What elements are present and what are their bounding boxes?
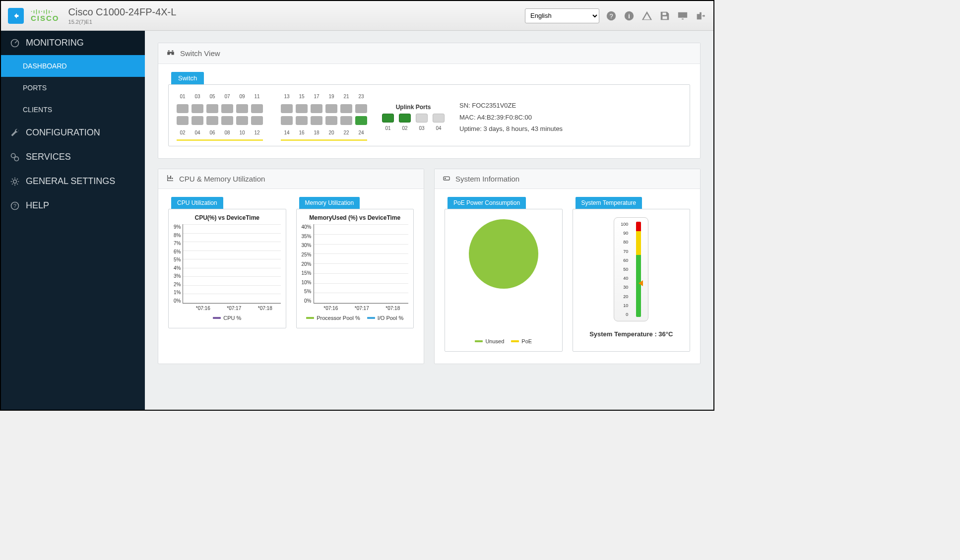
- switch-info: SN: FOC2351V0ZE MAC: A4:B2:39:F0:8C:00 U…: [459, 100, 563, 134]
- port-05[interactable]: [206, 104, 218, 113]
- monitor-icon[interactable]: [677, 10, 689, 22]
- port-21[interactable]: [340, 104, 352, 113]
- cpu-chart: CPU Utilization CPU(%) vs DeviceTime 9%8…: [168, 197, 286, 328]
- port-20[interactable]: [325, 116, 337, 125]
- port-08[interactable]: [221, 116, 233, 125]
- port-14[interactable]: [281, 116, 293, 125]
- sidebar-item-dashboard[interactable]: DASHBOARD: [1, 55, 145, 77]
- poe-chart: PoE Power Consumption Unused PoE: [445, 197, 563, 352]
- help-icon: ?: [10, 201, 20, 211]
- port-04[interactable]: [192, 116, 203, 125]
- help-icon[interactable]: ?: [605, 10, 617, 22]
- port-23[interactable]: [355, 104, 367, 113]
- gauge-icon: [10, 38, 20, 48]
- bar-chart-icon: [166, 174, 174, 184]
- port-24[interactable]: [355, 116, 367, 125]
- sidebar-label: MONITORING: [26, 38, 84, 48]
- device-title: Cisco C1000-24FP-4X-L: [68, 6, 177, 18]
- port-11[interactable]: [251, 104, 263, 113]
- sidebar-item-clients[interactable]: CLIENTS: [1, 99, 145, 121]
- port-19[interactable]: [325, 104, 337, 113]
- port-18[interactable]: [311, 116, 322, 125]
- pie-chart: [469, 219, 538, 289]
- binoculars-icon: [166, 48, 175, 59]
- uplink-port-04[interactable]: [433, 114, 445, 123]
- port-group-right: 131517192123 141618202224: [281, 94, 367, 141]
- header-actions: English ? i: [525, 8, 706, 23]
- logout-icon[interactable]: [695, 10, 706, 22]
- chart-tab: PoE Power Consumption: [448, 197, 526, 209]
- chart-tab: Memory Utilization: [299, 197, 360, 209]
- sidebar: MONITORING DASHBOARD PORTS CLIENTS CONFI…: [1, 31, 145, 410]
- panel-header: System Information: [435, 169, 700, 189]
- sidebar-label: SERVICES: [26, 152, 71, 162]
- main-content: Switch View Switch 010305070911 02040608…: [145, 31, 713, 410]
- port-15[interactable]: [296, 104, 308, 113]
- port-22[interactable]: [340, 116, 352, 125]
- port-06[interactable]: [206, 116, 218, 125]
- chart-tab: CPU Utilization: [171, 197, 223, 209]
- sidebar-item-ports[interactable]: PORTS: [1, 77, 145, 99]
- panel-header: CPU & Memory Utilization: [158, 169, 424, 189]
- port-rows: 010305070911 020406081012 131517192123 1…: [177, 94, 367, 141]
- svg-point-7: [13, 180, 17, 183]
- sidebar-section-configuration[interactable]: CONFIGURATION: [1, 121, 145, 145]
- gear-icon: [10, 177, 20, 187]
- sidebar-label: HELP: [26, 200, 49, 211]
- port-10[interactable]: [236, 116, 248, 125]
- panel-title: CPU & Memory Utilization: [179, 175, 265, 183]
- sidebar-label: CONFIGURATION: [26, 127, 100, 138]
- uplink-port-03[interactable]: [416, 114, 428, 123]
- panel-switch-view: Switch View Switch 010305070911 02040608…: [158, 43, 701, 159]
- app-window: ·ı|ı·ı|ı· CISCO Cisco C1000-24FP-4X-L 15…: [0, 0, 714, 411]
- temperature-gauge: System Temperature 100908070605040302010…: [573, 197, 691, 352]
- header: ·ı|ı·ı|ı· CISCO Cisco C1000-24FP-4X-L 15…: [1, 1, 713, 31]
- switch-diagram: 010305070911 020406081012 131517192123 1…: [168, 84, 690, 146]
- port-17[interactable]: [311, 104, 322, 113]
- save-icon[interactable]: [659, 10, 671, 22]
- panel-title: Switch View: [180, 49, 220, 58]
- panel-cpu-memory: CPU & Memory Utilization CPU Utilization…: [158, 169, 424, 364]
- svg-point-6: [14, 157, 18, 161]
- alert-icon[interactable]: [641, 10, 653, 22]
- port-01[interactable]: [177, 104, 189, 113]
- panel-system-info: System Information PoE Power Consumption…: [434, 169, 701, 364]
- port-09[interactable]: [236, 104, 248, 113]
- port-02[interactable]: [177, 116, 189, 125]
- drive-icon: [443, 174, 450, 184]
- svg-text:i: i: [628, 12, 630, 19]
- uplink-port-01[interactable]: [382, 114, 394, 123]
- sidebar-section-help[interactable]: ? HELP: [1, 193, 145, 218]
- svg-point-11: [445, 178, 446, 179]
- thermometer: 1009080706050403020100: [614, 217, 648, 321]
- svg-rect-10: [444, 177, 449, 180]
- uplink-port-02[interactable]: [399, 114, 411, 123]
- info-icon[interactable]: i: [623, 10, 635, 22]
- panel-title: System Information: [455, 175, 519, 183]
- sidebar-section-general[interactable]: GENERAL SETTINGS: [1, 169, 145, 193]
- chart-title: CPU(%) vs DeviceTime: [174, 214, 281, 221]
- uplink-title: Uplink Ports: [396, 104, 431, 111]
- uplink-block: Uplink Ports 01020304: [382, 104, 445, 131]
- device-title-block: Cisco C1000-24FP-4X-L 15.2(7)E1: [68, 6, 177, 25]
- sidebar-section-monitoring[interactable]: MONITORING: [1, 31, 145, 55]
- port-12[interactable]: [251, 116, 263, 125]
- memory-chart: Memory Utilization MemoryUsed (%) vs Dev…: [296, 197, 414, 328]
- language-select[interactable]: English: [525, 8, 599, 23]
- port-07[interactable]: [221, 104, 233, 113]
- port-13[interactable]: [281, 104, 293, 113]
- temperature-label: System Temperature : 36°C: [578, 330, 685, 338]
- switch-tab[interactable]: Switch: [171, 72, 204, 84]
- panel-header: Switch View: [158, 43, 700, 64]
- chart-title: MemoryUsed (%) vs DeviceTime: [302, 214, 409, 221]
- port-group-left: 010305070911 020406081012: [177, 94, 263, 141]
- sidebar-section-services[interactable]: SERVICES: [1, 145, 145, 169]
- port-03[interactable]: [192, 104, 203, 113]
- chart-tab: System Temperature: [576, 197, 642, 209]
- svg-text:?: ?: [13, 203, 16, 209]
- sidebar-label: GENERAL SETTINGS: [26, 176, 115, 187]
- back-button[interactable]: [8, 8, 24, 24]
- port-16[interactable]: [296, 116, 308, 125]
- cisco-logo: ·ı|ı·ı|ı· CISCO: [31, 8, 60, 23]
- svg-point-5: [11, 153, 15, 157]
